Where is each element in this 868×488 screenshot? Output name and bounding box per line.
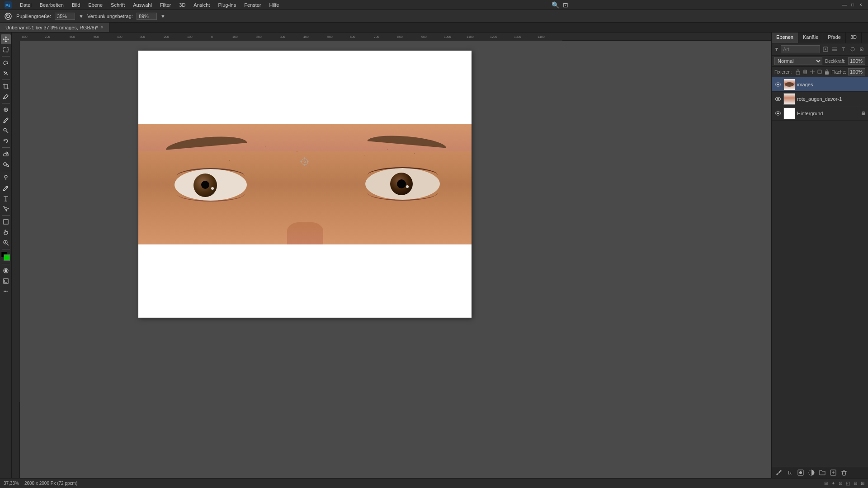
menu-plugins[interactable]: Plug-ins [214, 1, 240, 9]
screen-mode-tool[interactable] [1, 276, 11, 286]
healing-brush-tool[interactable] [1, 105, 11, 115]
layer-name-images: images [797, 82, 865, 87]
search-icon[interactable]: 🔍 [552, 1, 559, 9]
close-button[interactable]: × [857, 1, 864, 9]
darken-input[interactable] [137, 13, 157, 20]
svg-text:1200: 1200 [490, 35, 497, 38]
maximize-button[interactable]: □ [849, 1, 856, 9]
svg-text:700: 700 [374, 35, 379, 38]
path-selection-tool[interactable] [1, 204, 11, 214]
layer-group-button[interactable] [818, 469, 827, 477]
toolbar-separator-4 [2, 147, 10, 148]
layer-visibility-images[interactable] [774, 81, 782, 88]
color-swatch[interactable] [1, 252, 11, 262]
layer-item-hintergrund[interactable]: Hintergrund [772, 106, 868, 121]
more-tools[interactable]: ••• [1, 286, 11, 296]
layer-link-button[interactable] [774, 469, 783, 477]
svg-point-58 [777, 113, 779, 114]
canvas-document[interactable] [138, 51, 472, 318]
brush-tool[interactable] [1, 115, 11, 125]
layer-adjust-icon[interactable] [831, 46, 838, 53]
menu-ebene[interactable]: Ebene [85, 1, 106, 9]
layer-item-images[interactable]: images [772, 77, 868, 92]
rect-tool[interactable] [1, 217, 11, 227]
menu-hilfe[interactable]: Hilfe [265, 1, 283, 9]
svg-point-10 [5, 175, 7, 178]
menu-filter[interactable]: Filter [156, 1, 175, 9]
quick-mask-tool[interactable] [1, 266, 11, 276]
layer-smart-icon[interactable] [858, 46, 865, 53]
minimize-button[interactable]: — [841, 1, 848, 9]
eraser-tool[interactable] [1, 149, 11, 159]
lock-pixels-btn[interactable] [802, 69, 808, 75]
move-tool[interactable] [1, 34, 11, 44]
eyedropper-tool[interactable] [1, 92, 11, 102]
layer-new-button[interactable] [829, 469, 838, 477]
lock-artboard-btn[interactable] [817, 69, 822, 75]
layer-item-rote-augen[interactable]: rote_augen_davor-1 [772, 92, 868, 106]
tab-pfade[interactable]: Pfade [823, 33, 846, 43]
svg-point-61 [799, 471, 802, 474]
layer-adjustment-button[interactable] [807, 469, 816, 477]
pupil-size-dropdown[interactable]: ▼ [79, 14, 84, 19]
status-icon-3: ⊡ [839, 481, 842, 486]
paint-bucket-tool[interactable] [1, 160, 11, 169]
menu-fenster[interactable]: Fenster [241, 1, 264, 9]
menu-auswahl[interactable]: Auswahl [129, 1, 156, 9]
menu-bar: Ps Datei Bearbeiten Bild Ebene Schrift A… [0, 0, 868, 10]
tab-kanaele[interactable]: Kanäle [798, 33, 823, 43]
opacity-input[interactable] [848, 57, 865, 65]
selection-tool[interactable] [1, 45, 11, 55]
svg-rect-50 [796, 71, 800, 75]
lasso-tool[interactable] [1, 58, 11, 68]
pen-tool[interactable] [1, 183, 11, 193]
menu-bild[interactable]: Bild [68, 1, 84, 9]
svg-text:1300: 1300 [514, 35, 521, 38]
history-brush-tool[interactable] [1, 136, 11, 146]
options-bar: Pupillengroeße: ▼ Verdunklungsbetrag: ▼ [0, 10, 868, 23]
menu-schrift[interactable]: Schrift [107, 1, 128, 9]
layer-visibility-rote-augen[interactable] [774, 95, 782, 103]
tab-ebenen[interactable]: Ebenen [772, 33, 798, 43]
clone-stamp-tool[interactable] [1, 126, 11, 136]
hand-tool[interactable] [1, 227, 11, 237]
text-tool[interactable] [1, 193, 11, 203]
ruler-horizontal: 800 700 600 500 400 300 200 100 0 100 20… [20, 33, 771, 41]
menu-3d[interactable]: 3D [175, 1, 189, 9]
fill-input[interactable] [848, 68, 865, 75]
menu-ansicht[interactable]: Ansicht [190, 1, 213, 9]
lock-position-btn[interactable] [810, 69, 815, 75]
ruler-vertical [12, 33, 20, 478]
pupil-size-input[interactable] [55, 13, 75, 20]
layer-text-icon[interactable]: T [840, 46, 847, 53]
crop-tool[interactable] [1, 81, 11, 91]
status-icon-5: ⊟ [854, 481, 857, 486]
layer-delete-button[interactable] [840, 469, 849, 477]
status-bar-right: ⊞ ✦ ⊡ ◱ ⊟ ⊞ [824, 481, 864, 486]
layer-search-input[interactable] [781, 45, 820, 53]
menu-datei[interactable]: Datei [16, 1, 35, 9]
blend-mode-select[interactable]: Normal [774, 57, 822, 65]
darken-label: Verdunklungsbetrag: [87, 14, 133, 19]
menu-bearbeiten[interactable]: Bearbeiten [36, 1, 67, 9]
workspace-icon[interactable]: ⊡ [563, 1, 568, 9]
document-tab[interactable]: Unbenannt-1 bei 37,3% (images, RGB/8)* × [0, 23, 109, 32]
toolbar-separator-1 [2, 56, 10, 56]
zoom-tool[interactable] [1, 238, 11, 248]
lock-all-btn[interactable] [824, 69, 830, 75]
left-toolbar: ••• [0, 33, 12, 478]
darken-dropdown[interactable]: ▼ [160, 14, 165, 19]
layer-effect-icon[interactable] [849, 46, 856, 53]
magic-wand-tool[interactable] [1, 68, 11, 78]
tab-close-button[interactable]: × [101, 25, 104, 30]
layer-visibility-hintergrund[interactable] [774, 110, 782, 117]
layer-fx-button[interactable]: fx [785, 469, 794, 477]
status-bar: 37,33% 2600 x 2000 Px (72 ppcm) ⊞ ✦ ⊡ ◱ … [0, 478, 868, 488]
dodge-tool[interactable] [1, 173, 11, 183]
tab-3d[interactable]: 3D [846, 33, 862, 43]
canvas-area[interactable]: 800 700 600 500 400 300 200 100 0 100 20… [12, 33, 771, 478]
layer-mask-button[interactable] [796, 469, 805, 477]
lock-transparent-btn[interactable] [795, 69, 801, 75]
svg-rect-5 [4, 47, 8, 52]
layer-new-icon[interactable] [822, 46, 829, 53]
